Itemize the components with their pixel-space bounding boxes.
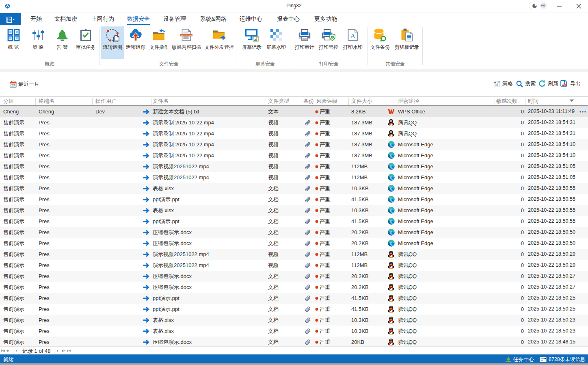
svg-text:A: A bbox=[350, 32, 356, 40]
svg-text:23: 23 bbox=[11, 83, 15, 87]
